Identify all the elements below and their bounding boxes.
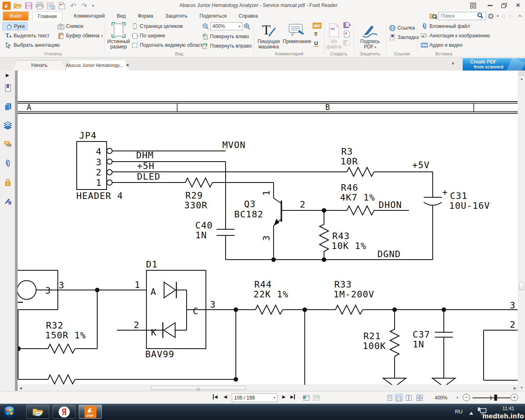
zoom-slider-thumb[interactable] — [494, 395, 497, 401]
doc-tab-start[interactable]: Начать — [13, 60, 66, 71]
rotate-left-button[interactable]: Повернуть влево — [201, 32, 249, 41]
open-file-icon[interactable] — [13, 1, 23, 10]
search-options-dropdown-icon[interactable]: ▾ — [495, 12, 500, 20]
zoom-out-icon[interactable] — [202, 23, 209, 30]
print-icon[interactable] — [35, 1, 45, 10]
prev-page-button[interactable]: ◀ — [224, 394, 227, 399]
tab-share[interactable]: Поделиться — [194, 11, 232, 21]
tab-protect[interactable]: Защитить — [160, 11, 193, 21]
redo-icon[interactable]: ↷ — [79, 1, 89, 10]
expand-panel-icon[interactable]: ▶ — [6, 73, 9, 78]
start-button[interactable] — [2, 405, 16, 420]
bookmarks-panel-icon[interactable] — [4, 84, 12, 92]
clipboard-button[interactable]: Буфер обмена ▾ — [56, 32, 105, 40]
image-annotation-button[interactable]: Аннотация к изображению — [421, 32, 490, 40]
doc-tab-close-icon[interactable]: × — [126, 62, 129, 68]
taskbar-foxit-button[interactable]: PDF — [79, 405, 102, 419]
create-from-scanner-button[interactable]: * — [343, 30, 350, 39]
tab-comment[interactable]: Комментарий — [68, 11, 110, 21]
layers-panel-icon[interactable] — [4, 121, 12, 130]
go-back-view-button[interactable] — [302, 394, 310, 402]
facing-view-button[interactable] — [405, 394, 413, 402]
underline-button[interactable]: U — [314, 40, 318, 46]
signature-panel-icon[interactable] — [4, 197, 12, 205]
search-input[interactable] — [441, 13, 477, 19]
combine-files-button[interactable] — [342, 22, 352, 30]
hand-tool-button[interactable]: Рука — [2, 22, 27, 30]
link-button[interactable]: Ссылка — [389, 24, 415, 32]
tab-form[interactable]: Форма — [132, 11, 158, 21]
search-prev-icon[interactable]: ◁ — [500, 12, 506, 20]
sign-pdf-button[interactable]: Подпись PDF ▾ — [356, 21, 384, 50]
scroll-right-icon[interactable]: ▶ — [512, 385, 518, 391]
doc-tab-active[interactable]: Abacus Junior Hematology... × — [66, 60, 129, 71]
vertical-scrollbar[interactable]: ▲ ▼ — [518, 71, 525, 391]
status-zoom-in-button[interactable]: + — [511, 394, 518, 401]
collapse-ribbon-icon[interactable] — [516, 12, 523, 20]
next-page-button[interactable]: ▶ — [282, 394, 285, 399]
tab-file[interactable]: Файл — [3, 11, 28, 21]
search-options-gear-icon[interactable] — [486, 12, 495, 20]
status-zoom-dropdown-icon[interactable]: ▾ — [457, 396, 458, 399]
attach-file-button[interactable]: Вложенный файл — [421, 22, 470, 30]
continuous-view-button[interactable] — [395, 394, 403, 402]
typewriter-button[interactable]: T Пишущаямашинка — [255, 21, 282, 50]
attachments-panel-icon[interactable] — [4, 159, 12, 167]
language-indicator[interactable]: RU — [455, 409, 463, 415]
select-annotation-button[interactable]: Выбрать аннотацию — [2, 41, 62, 49]
foxit-logo-icon[interactable] — [2, 1, 11, 10]
create-from-scanner-icon[interactable]: * — [57, 1, 67, 10]
continuous-facing-view-button[interactable] — [415, 394, 423, 402]
scroll-up-icon[interactable]: ▲ — [518, 76, 525, 82]
show-hidden-icons[interactable] — [469, 410, 473, 416]
first-page-button[interactable]: ◀ — [213, 394, 217, 399]
tab-list-dropdown-icon[interactable]: ▼ — [451, 62, 455, 66]
rotate-right-button[interactable]: Повернуть вправо — [201, 42, 252, 50]
select-text-button[interactable]: T▴ Выделить текст — [2, 32, 52, 40]
save-icon[interactable] — [24, 1, 34, 10]
snapshot-button[interactable]: Снимок — [56, 22, 85, 30]
close-button[interactable]: × — [512, 2, 524, 9]
pages-panel-icon[interactable] — [4, 103, 12, 111]
vscroll-thumb[interactable] — [519, 282, 524, 290]
search-in-files-icon[interactable] — [428, 12, 438, 20]
fit-width-button[interactable]: По ширине — [131, 32, 165, 40]
page-number-box[interactable]: 105 / 159 ▾ — [232, 393, 278, 402]
security-panel-icon[interactable] — [4, 178, 12, 186]
clock[interactable]: 11:41 — [502, 406, 514, 411]
bookmark-button[interactable]: Закладка — [389, 33, 419, 41]
zoom-slider-track[interactable] — [472, 397, 510, 398]
tab-help[interactable]: Справка — [233, 11, 263, 21]
taskbar-yandex-button[interactable] — [52, 405, 75, 419]
tab-view[interactable]: Вид — [112, 11, 131, 21]
zoom-combo[interactable]: 400% ▾ — [210, 22, 242, 30]
minimize-button[interactable] — [484, 2, 496, 9]
email-document-icon[interactable] — [46, 1, 56, 10]
note-button[interactable]: Примечание — [282, 21, 312, 44]
comments-panel-icon[interactable] — [4, 140, 12, 148]
restore-button[interactable] — [498, 2, 510, 9]
scroll-left-icon[interactable]: ◀ — [18, 385, 23, 391]
highlight-button[interactable]: abc — [313, 23, 322, 29]
scroll-down-icon[interactable]: ▼ — [518, 385, 525, 390]
split-view-handle[interactable] — [518, 71, 525, 75]
search-go-icon[interactable] — [477, 12, 484, 20]
horizontal-scrollbar[interactable]: ◀ ▶ — [18, 385, 518, 391]
status-zoom-out-button[interactable]: − — [463, 394, 470, 401]
switch-view-icon[interactable] — [467, 2, 479, 9]
hscroll-thumb[interactable] — [151, 386, 246, 390]
strikeout-button[interactable]: T — [314, 31, 317, 37]
fit-page-button[interactable]: Страница целиком — [131, 22, 183, 30]
taskbar-explorer-button[interactable] — [26, 405, 49, 419]
fit-visible-button[interactable]: Подогнать видимую область — [131, 41, 205, 49]
last-page-button[interactable]: ▶ — [290, 394, 295, 399]
zoom-in-icon[interactable] — [244, 23, 251, 30]
pdf-page[interactable]: A B JP4 4 3 2 1 HEADER 4 MVON DHM +5H DL… — [18, 71, 518, 385]
single-page-view-button[interactable] — [386, 394, 394, 402]
go-forward-view-button[interactable] — [313, 394, 321, 402]
search-next-icon[interactable]: ▷ — [506, 12, 516, 20]
create-pdf-banner[interactable]: Create PDF from scanned documents — [463, 58, 525, 71]
qat-customize-icon[interactable]: ▾ — [90, 1, 96, 10]
tab-home[interactable]: Главная — [32, 11, 63, 21]
undo-icon[interactable]: ↶ — [68, 1, 78, 10]
